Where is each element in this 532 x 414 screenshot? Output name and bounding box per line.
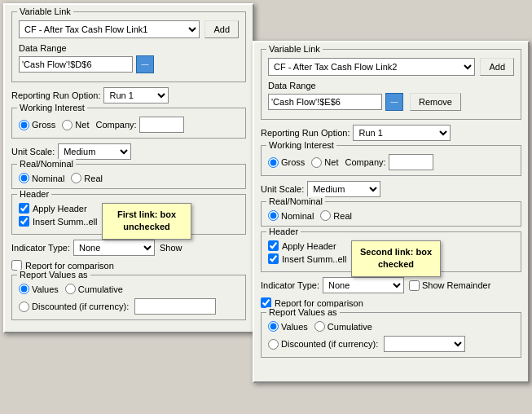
company-input2[interactable] [389,154,433,170]
real-radio-item1: Real [71,173,103,183]
discounted-radio-item2: Discounted (if currency): [268,336,514,352]
indicator-select2[interactable]: None [323,277,404,293]
discounted-input1[interactable] [134,298,216,315]
real-radio1[interactable] [71,173,81,183]
variable-link-title1: Variable Link [17,7,73,16]
unit-scale-label2: Unit Scale: [261,184,304,194]
nominal-radio1[interactable] [19,173,29,183]
values-label1: Values [32,284,59,294]
company-input1[interactable] [139,117,184,133]
discounted-label2: Discounted (if currency): [281,339,378,349]
net-radio-item2: Net [311,157,338,168]
real-radio2[interactable] [320,210,331,221]
net-label1: Net [75,120,89,130]
insert-summary-checkbox1[interactable] [19,216,29,227]
nominal-label2: Nominal [281,211,314,221]
data-range-input1[interactable] [19,56,133,73]
working-interest-group2: Working Interest Gross Net Company: [261,145,521,176]
cumulative-radio2[interactable] [314,321,325,332]
unit-scale-select1[interactable]: Medium [58,143,131,160]
net-label2: Net [324,157,338,167]
nominal-radio2[interactable] [268,210,279,221]
real-label2: Real [333,211,352,221]
cumulative-radio1[interactable] [65,284,76,294]
real-nominal-title1: Real/Nominal [17,159,76,169]
tooltip2: Second link: boxchecked [351,240,441,277]
net-radio1[interactable] [62,120,73,130]
header-group1: Header Apply Header Insert Summ..ell Fir… [11,194,246,235]
report-values-title1: Report Values as [17,270,90,280]
add-button2[interactable]: Add [480,58,514,76]
report-comparison-label2: Report for comparison [275,298,363,308]
values-radio-item1: Values [19,284,59,294]
report-values-title2: Report Values as [266,307,340,317]
gross-radio2[interactable] [268,157,279,168]
data-range-row1: — [19,55,239,73]
nominal-radio-item2: Nominal [268,210,314,221]
tooltip1: First link: boxunchecked [102,203,191,240]
cumulative-radio-item1: Cumulative [65,284,123,294]
working-interest-title2: Working Interest [266,140,336,150]
gross-label1: Gross [32,120,55,130]
tooltip-text2: Second link: boxchecked [360,247,432,269]
add-button1[interactable]: Add [204,20,239,38]
data-range-blue-btn1[interactable]: — [136,55,154,73]
data-range-row2: — Remove [268,93,514,111]
variable-link-row1: CF - After Tax Cash Flow Link1 Add [19,20,239,38]
indicator-select1[interactable]: None [73,240,155,256]
reporting-row2: Reporting Run Option: Run 1 [261,125,521,141]
real-nominal-radios1: Nominal Real [19,173,239,183]
insert-summary-label2: Insert Summ..ell [282,254,346,264]
values-radio-item2: Values [268,321,308,332]
variable-link-select2[interactable]: CF - After Tax Cash Flow Link2 [268,58,475,76]
company-radio-item2: Company: [345,154,433,170]
report-values-group1: Report Values as Values Cumulative Disco… [11,275,246,320]
discounted-radio2[interactable] [268,339,279,350]
apply-header-label1: Apply Header [33,204,87,214]
tooltip-text1: First link: boxunchecked [117,209,176,231]
reporting-label1: Reporting Run Option: [11,90,100,100]
company-label2: Company: [345,157,385,167]
reporting-select2[interactable]: Run 1 [353,125,451,141]
show-remainder-checkbox2[interactable] [409,280,420,291]
gross-label2: Gross [281,157,305,167]
reporting-label2: Reporting Run Option: [261,128,350,138]
discounted-select2[interactable] [384,336,465,352]
real-radio-item2: Real [320,210,352,221]
nominal-radio-item1: Nominal [19,173,64,183]
reporting-row1: Reporting Run Option: Run 1 [11,87,246,104]
show-remainder-label1: Show [160,243,182,253]
remove-button2[interactable]: Remove [410,93,461,111]
gross-radio1[interactable] [19,120,29,130]
show-remainder-label2: Show Remainder [422,280,490,290]
reporting-select1[interactable]: Run 1 [103,87,169,104]
gross-radio-item1: Gross [19,120,55,130]
company-label1: Company: [95,120,136,130]
report-values-radios1: Values Cumulative [19,284,239,294]
cumulative-label2: Cumulative [328,322,372,332]
indicator-label2: Indicator Type: [261,280,319,290]
real-label1: Real [84,174,103,183]
real-nominal-title2: Real/Nominal [266,196,325,206]
apply-header-checkbox2[interactable] [268,240,279,251]
report-values-radios2: Values Cumulative [268,321,514,332]
variable-link-title2: Variable Link [266,44,323,54]
variable-link-row2: CF - After Tax Cash Flow Link2 Add [268,58,514,76]
unit-scale-select2[interactable]: Medium [307,181,380,197]
working-interest-radios2: Gross Net Company: [268,154,514,170]
report-comparison-label1: Report for comparison [25,261,114,271]
panel2: Variable Link CF - After Tax Cash Flow L… [253,41,530,383]
data-range-blue-btn2[interactable]: — [385,93,403,111]
variable-link-select1[interactable]: CF - After Tax Cash Flow Link1 [19,20,200,38]
apply-header-checkbox1[interactable] [19,203,29,214]
discounted-radio1[interactable] [19,302,29,312]
data-range-input2[interactable] [268,94,382,110]
insert-summary-checkbox2[interactable] [268,253,279,264]
working-interest-title1: Working Interest [17,103,87,112]
net-radio2[interactable] [311,157,322,168]
panel1: Variable Link CF - After Tax Cash Flow L… [3,3,254,333]
net-radio-item1: Net [62,120,89,130]
values-radio1[interactable] [19,284,29,294]
values-radio2[interactable] [268,321,279,332]
cumulative-label1: Cumulative [78,284,123,294]
